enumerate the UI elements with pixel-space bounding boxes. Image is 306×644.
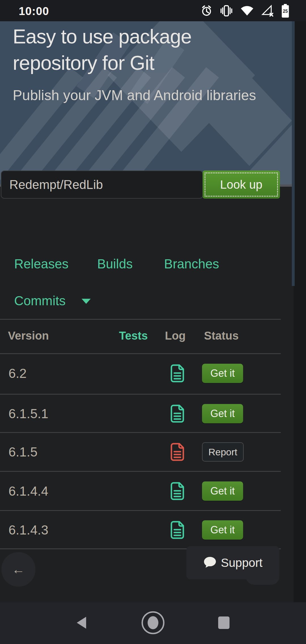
table-row: 6.1.4.4 Get it [0, 472, 281, 510]
column-header-version: Version [8, 329, 49, 342]
tab-branches[interactable]: Branches [164, 256, 219, 272]
back-triangle-icon [75, 616, 87, 630]
support-label: Support [221, 556, 262, 570]
clock-text: 10:00 [19, 5, 49, 18]
chevron-down-icon[interactable] [82, 299, 91, 304]
version-label: 6.1.4.4 [8, 483, 48, 499]
version-label: 6.1.4.3 [8, 522, 48, 538]
support-button[interactable]: Support [186, 546, 279, 579]
column-header-tests[interactable]: Tests [119, 329, 148, 342]
vibrate-icon [220, 5, 233, 17]
build-log-icon[interactable] [170, 364, 185, 382]
get-it-button[interactable]: Get it [202, 481, 243, 501]
table-row: 6.1.5.1 Get it [0, 395, 281, 433]
android-nav-bar [0, 602, 306, 644]
wifi-icon [240, 6, 254, 16]
column-header-status: Status [204, 329, 239, 342]
version-label: 6.1.5.1 [8, 406, 48, 421]
no-signal-icon [261, 5, 274, 17]
status-icons: 25 [201, 0, 290, 21]
get-it-button[interactable]: Get it [202, 404, 243, 423]
look-up-label: Look up [220, 178, 262, 191]
divider [0, 353, 281, 354]
table-header-row: Version Tests Log Status [0, 327, 281, 344]
phone-screen: 10:00 [0, 0, 306, 644]
battery-icon: 25 [281, 4, 290, 18]
browser-page: Easy to use package repository for Git P… [0, 21, 294, 602]
build-log-icon[interactable] [170, 405, 185, 423]
get-it-button[interactable]: Get it [202, 364, 243, 383]
speech-bubble-icon [203, 556, 217, 570]
look-up-button[interactable]: Look up [203, 171, 280, 199]
table-row: 6.1.5 Report [0, 433, 281, 471]
version-label: 6.1.5 [8, 444, 37, 460]
page-title: Easy to use package repository for Git [13, 24, 262, 76]
divider [0, 319, 281, 320]
scrollbar-thumb[interactable] [292, 21, 295, 286]
repo-search-input[interactable] [1, 171, 203, 199]
hero-section: Easy to use package repository for Git P… [0, 21, 294, 184]
alarm-icon [201, 5, 212, 17]
get-it-button[interactable]: Get it [202, 520, 243, 540]
build-log-icon[interactable] [170, 443, 185, 461]
nav-home-button[interactable] [133, 602, 173, 644]
status-bar: 10:00 [0, 0, 306, 21]
tab-releases[interactable]: Releases [14, 256, 69, 272]
back-button[interactable]: ← [1, 552, 35, 587]
table-row: 6.1.4.3 Get it [0, 511, 281, 549]
nav-recents-button[interactable] [204, 602, 244, 644]
tab-builds[interactable]: Builds [97, 256, 133, 272]
version-label: 6.2 [8, 366, 27, 381]
home-circle-icon [141, 611, 165, 635]
battery-level-text: 25 [283, 9, 288, 14]
divider [0, 471, 281, 472]
recents-square-icon [218, 616, 230, 630]
page-subtitle: Publish your JVM and Android libraries [13, 83, 262, 108]
nav-back-button[interactable] [61, 602, 101, 644]
build-log-icon[interactable] [170, 521, 185, 539]
build-log-icon[interactable] [170, 482, 185, 500]
table-row: 6.2 Get it [0, 354, 281, 392]
tab-commits[interactable]: Commits [14, 293, 65, 308]
back-arrow-icon: ← [12, 562, 25, 577]
report-button[interactable]: Report [202, 442, 244, 462]
column-header-log: Log [165, 329, 186, 342]
